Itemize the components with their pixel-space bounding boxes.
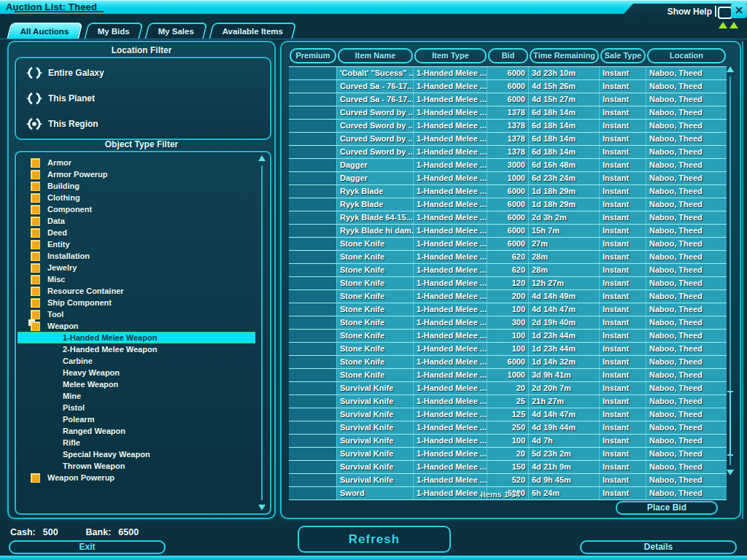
table-row[interactable]: Curved Sword by ... 1-Handed Melee ... 1… <box>289 133 727 146</box>
tree-item[interactable]: Installation <box>18 250 255 262</box>
table-row[interactable]: Stone Knife 1-Handed Melee ... 100 1d 23… <box>289 343 727 356</box>
details-button[interactable]: Details <box>580 540 737 554</box>
tree-scrollbar[interactable] <box>257 155 267 510</box>
tree-item[interactable]: Building <box>18 180 255 192</box>
scroll-track[interactable] <box>261 166 263 500</box>
tree-item[interactable]: Ship Component <box>18 297 255 308</box>
tree-item[interactable]: Weapon Powerup <box>18 472 255 483</box>
tree-item-label: Weapon Powerup <box>47 472 115 483</box>
table-row[interactable]: Stone Knife 1-Handed Melee ... 620 28m I… <box>289 264 727 277</box>
location-radio[interactable]: This Planet <box>26 91 95 106</box>
table-row[interactable]: Stone Knife 1-Handed Melee ... 100 4d 14… <box>289 303 727 316</box>
scroll-thumb[interactable] <box>727 391 733 456</box>
column-header-button[interactable]: Sale Type <box>600 48 646 63</box>
tree-item[interactable]: Melee Weapon <box>18 378 255 390</box>
cell-location: Naboo, Theed <box>646 277 727 289</box>
tree-item[interactable]: Special Heavy Weapon <box>18 448 255 460</box>
tree-item[interactable]: Rifle <box>18 437 255 448</box>
tree-item[interactable]: Armor <box>18 157 255 168</box>
table-row[interactable]: Curved Sword by ... 1-Handed Melee ... 1… <box>289 106 727 120</box>
tab[interactable]: My Bids <box>84 23 144 39</box>
show-help-checkbox[interactable] <box>718 7 732 19</box>
table-scrollbar[interactable] <box>725 66 735 475</box>
scroll-down-icon[interactable] <box>727 470 734 475</box>
scroll-down-icon[interactable] <box>258 505 266 510</box>
tree-item[interactable]: Component <box>18 203 255 215</box>
table-row[interactable]: Stone Knife 1-Handed Melee ... 100 1d 23… <box>289 330 727 343</box>
location-radio[interactable]: This Region <box>26 117 98 131</box>
column-header-button[interactable]: Bid <box>488 48 528 63</box>
tree-item[interactable]: Polearm <box>18 413 255 425</box>
tree-item[interactable]: Pistol <box>18 402 255 413</box>
tree-item[interactable]: Armor Powerup <box>18 168 255 180</box>
location-radio[interactable]: Entire Galaxy <box>26 66 104 80</box>
table-row[interactable]: Stone Knife 1-Handed Melee ... 120 12h 2… <box>289 277 727 290</box>
tree-item-label: Building <box>47 180 80 192</box>
column-header-button[interactable]: Item Type <box>414 48 487 63</box>
place-bid-button[interactable]: Place Bid <box>616 501 718 515</box>
table-row[interactable]: Curved Sword by ... 1-Handed Melee ... 1… <box>289 146 727 159</box>
tree-item[interactable]: Entity <box>18 238 255 250</box>
tree-item[interactable]: Data <box>18 215 255 227</box>
scroll-up-icon[interactable] <box>258 155 266 161</box>
table-row[interactable]: Ryyk Blade 1-Handed Melee ... 6000 1d 18… <box>289 198 727 211</box>
tree-item[interactable]: Tool <box>18 308 255 320</box>
tree-item[interactable]: Mine <box>18 390 255 402</box>
close-icon[interactable]: ✕ <box>731 3 747 18</box>
table-row[interactable]: Ryyk Blade 64-15... 1-Handed Melee ... 6… <box>289 211 727 225</box>
tree-item[interactable]: Resource Container <box>18 285 255 297</box>
cell-time-remaining: 4d 15h 26m <box>529 80 600 93</box>
table-row[interactable]: Survival Knife 1-Handed Melee ... 250 4d… <box>289 421 727 435</box>
tree-item[interactable]: Weapon <box>18 320 255 332</box>
cell-item-name: Ryyk Blade <box>337 198 414 211</box>
table-row[interactable]: Survival Knife 1-Handed Melee ... 520 6d… <box>289 474 727 487</box>
table-row[interactable]: Stone Knife 1-Handed Melee ... 620 28m I… <box>289 251 727 264</box>
show-help-label: Show Help <box>667 7 712 17</box>
refresh-button[interactable]: Refresh <box>298 526 451 553</box>
cell-item-name: Stone Knife <box>337 330 414 342</box>
tree-item[interactable]: Clothing <box>18 192 255 203</box>
table-row[interactable]: Ryyk Blade hi dam... 1-Handed Melee ... … <box>289 225 727 238</box>
tree-item[interactable]: Misc <box>18 273 255 285</box>
table-row[interactable]: Stone Knife 1-Handed Melee ... 6000 27m … <box>289 238 727 251</box>
table-row[interactable]: Curved Sa - 76-17... 1-Handed Melee ... … <box>289 80 727 93</box>
column-header-button[interactable]: Item Name <box>338 48 413 63</box>
tree-item[interactable]: Thrown Weapon <box>18 460 255 472</box>
tab[interactable]: All Auctions <box>7 23 82 39</box>
tree-item[interactable]: Ranged Weapon <box>18 425 255 437</box>
cell-premium <box>289 251 337 263</box>
table-row[interactable]: Survival Knife 1-Handed Melee ... 20 2d … <box>289 382 727 395</box>
column-header-button[interactable]: Location <box>647 48 726 63</box>
tree-item[interactable]: Heavy Weapon <box>18 367 255 378</box>
tree-item[interactable]: Carbine <box>18 355 255 367</box>
exit-button[interactable]: Exit <box>9 540 166 554</box>
table-row[interactable]: Dagger 1-Handed Melee ... 1000 6d 23h 24… <box>289 172 727 185</box>
table-row[interactable]: Stone Knife 1-Handed Melee ... 6000 1d 1… <box>289 356 727 369</box>
table-row[interactable]: Stone Knife 1-Handed Melee ... 200 4d 14… <box>289 290 727 303</box>
resize-arrows[interactable] <box>719 22 738 28</box>
tab[interactable]: Available Items <box>209 23 297 39</box>
tree-item[interactable]: 1-Handed Melee Weapon <box>18 332 255 343</box>
tab[interactable]: My Sales <box>144 23 208 39</box>
table-row[interactable]: Survival Knife 1-Handed Melee ... 125 4d… <box>289 408 727 421</box>
cell-location: Naboo, Theed <box>646 290 727 303</box>
column-header-button[interactable]: Time Remaining <box>530 48 599 63</box>
tree-item[interactable]: Jewelry <box>18 262 255 273</box>
table-row[interactable]: Curved Sa - 76-17... 1-Handed Melee ... … <box>289 93 727 106</box>
tree-item[interactable]: Deed <box>18 227 255 238</box>
column-header-button[interactable]: Premium <box>290 48 336 63</box>
table-row[interactable]: Curved Sword by ... 1-Handed Melee ... 1… <box>289 120 727 133</box>
table-row[interactable]: Survival Knife 1-Handed Melee ... 150 4d… <box>289 461 727 474</box>
table-row[interactable]: Survival Knife 1-Handed Melee ... 20 5d … <box>289 448 727 461</box>
table-row[interactable]: Dagger 1-Handed Melee ... 3000 6d 16h 48… <box>289 159 727 172</box>
scroll-up-icon[interactable] <box>727 66 734 72</box>
cell-premium <box>289 461 337 473</box>
tree-item[interactable]: 2-Handed Melee Weapon <box>18 343 255 355</box>
table-row[interactable]: Survival Knife 1-Handed Melee ... 25 21h… <box>289 395 727 408</box>
table-row[interactable]: Stone Knife 1-Handed Melee ... 1000 3d 9… <box>289 369 727 382</box>
table-row[interactable]: Stone Knife 1-Handed Melee ... 300 2d 19… <box>289 316 727 330</box>
cell-premium <box>289 290 337 303</box>
table-row[interactable]: Ryyk Blade 1-Handed Melee ... 6000 1d 18… <box>289 185 727 198</box>
table-row[interactable]: 'Cobalt' "Sucess" ... 1-Handed Melee ...… <box>289 67 727 80</box>
table-row[interactable]: Survival Knife 1-Handed Melee ... 100 4d… <box>289 435 727 448</box>
